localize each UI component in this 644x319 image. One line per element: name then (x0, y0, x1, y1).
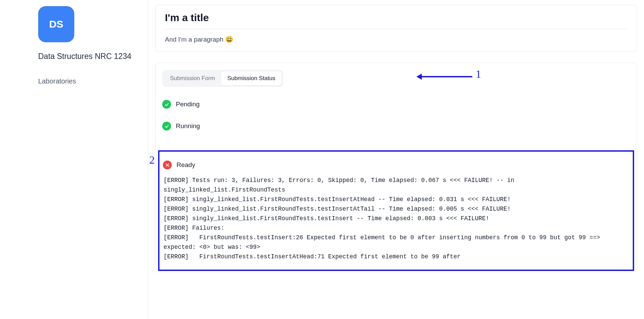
status-label: Ready (177, 161, 195, 169)
tab-submission-status[interactable]: Submission Status (221, 72, 281, 85)
status-card: Submission Form Submission Status 1 Pend… (155, 63, 637, 271)
sidebar-item-laboratories[interactable]: Laboratories (38, 77, 148, 85)
sidebar: DS Data Structures NRC 1234 Laboratories (0, 0, 148, 319)
status-row-running: Running (162, 122, 630, 131)
status-label: Pending (176, 101, 200, 108)
main-content: I'm a title And I'm a paragraph 😄 Submis… (148, 0, 644, 319)
assignment-paragraph: And I'm a paragraph 😄 (165, 35, 627, 43)
course-badge-text: DS (49, 18, 63, 30)
status-label: Running (176, 122, 200, 130)
status-row-ready: Ready (163, 161, 629, 169)
ready-block: 2 Ready [ERROR] Tests run: 3, Failures: … (158, 150, 634, 271)
annotation-arrow-icon (421, 76, 472, 77)
annotation-label-1: 1 (476, 68, 481, 80)
course-badge: DS (38, 6, 74, 42)
assignment-header-card: I'm a title And I'm a paragraph 😄 (155, 5, 637, 52)
assignment-title: I'm a title (165, 12, 627, 29)
course-title: Data Structures NRC 1234 (38, 52, 148, 61)
tabs: Submission Form Submission Status (162, 70, 283, 87)
check-icon (162, 100, 171, 109)
annotation-label-2: 2 (149, 154, 155, 166)
status-row-pending: Pending (162, 100, 630, 109)
test-log-output: [ERROR] Tests run: 3, Failures: 3, Error… (163, 173, 629, 261)
tab-submission-form[interactable]: Submission Form (164, 72, 221, 85)
x-icon (163, 161, 172, 169)
check-icon (162, 122, 171, 131)
status-list: Pending Running (155, 100, 637, 150)
